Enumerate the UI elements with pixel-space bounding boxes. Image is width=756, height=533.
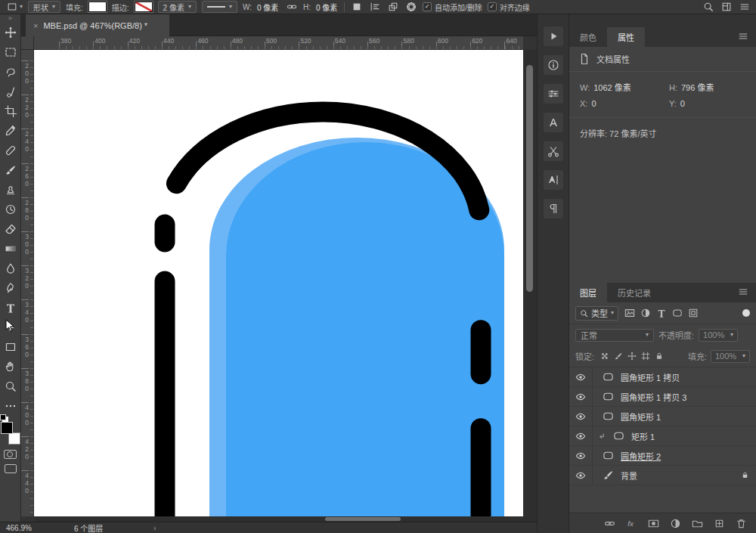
blend-mode-select[interactable]: 正常 ▾ <box>575 329 654 342</box>
layer-name[interactable]: 矩形 1 <box>631 430 756 442</box>
new-group-button[interactable] <box>689 516 705 531</box>
fill-select[interactable]: 100% ▾ <box>711 350 750 363</box>
lock-transparency-button[interactable] <box>598 350 611 363</box>
background-color-swatch[interactable] <box>8 432 20 445</box>
screen-mode-button[interactable] <box>5 464 17 473</box>
color-swatches[interactable] <box>1 422 20 445</box>
status-chevron[interactable]: › <box>153 524 156 532</box>
height-value[interactable]: 0 像素 <box>316 2 339 13</box>
healing-brush-tool[interactable] <box>2 141 20 160</box>
doc-y-field[interactable]: Y:0 <box>669 99 745 108</box>
horizontal-ruler[interactable]: 3804004204404604805005205405605806006206… <box>34 36 523 50</box>
fill-swatch[interactable] <box>88 2 107 12</box>
layer-effects-button[interactable]: fx <box>624 516 639 531</box>
zoom-tool[interactable] <box>2 377 20 395</box>
doc-x-field[interactable]: X:0 <box>580 99 669 108</box>
path-operations-button[interactable] <box>350 1 363 14</box>
opacity-select[interactable]: 100% ▾ <box>699 329 738 342</box>
foreground-color-swatch[interactable] <box>1 422 13 434</box>
tool-mode-select[interactable]: 形状 ▾ <box>28 1 60 13</box>
panel-menu-icon[interactable] <box>738 31 750 43</box>
quick-selection-tool[interactable] <box>2 82 20 101</box>
panel-menu-icon[interactable] <box>738 287 750 299</box>
layer-row[interactable]: 圆角矩形 1 拷贝 3 <box>569 387 756 407</box>
visibility-toggle[interactable] <box>569 407 593 426</box>
info-panel-button[interactable] <box>544 55 563 75</box>
gear-icon[interactable] <box>404 1 417 14</box>
delete-layer-button[interactable] <box>733 516 748 531</box>
tab-layers[interactable]: 图层 <box>569 283 607 302</box>
move-tool[interactable] <box>2 23 20 42</box>
layer-name[interactable]: 圆角矩形 1 拷贝 3 <box>621 391 756 403</box>
layer-name[interactable]: 背景 <box>621 469 741 482</box>
layer-row[interactable]: 圆角矩形 1 拷贝 <box>569 367 756 387</box>
styles-panel-button[interactable] <box>544 113 563 132</box>
horizontal-scrollbar[interactable] <box>34 516 523 522</box>
filter-shape-layers-button[interactable] <box>670 306 684 321</box>
close-icon[interactable]: × <box>33 21 38 30</box>
gradient-tool[interactable] <box>2 240 20 258</box>
doc-height-field[interactable]: H:796 像素 <box>669 81 745 93</box>
adjustment-layer-button[interactable] <box>668 516 683 531</box>
panel-menu-icon[interactable] <box>738 1 751 14</box>
filter-type-select[interactable]: 类型 ▾ <box>575 306 618 321</box>
workspace-icon[interactable] <box>720 1 733 14</box>
layer-name[interactable]: 圆角矩形 1 拷贝 <box>621 371 756 383</box>
stroke-width-select[interactable]: 2 像素 ▾ <box>158 1 197 13</box>
path-arrangement-button[interactable] <box>386 1 399 14</box>
layer-name[interactable]: 圆角矩形 2 <box>621 450 756 462</box>
default-colors-icon[interactable] <box>0 414 6 420</box>
new-layer-button[interactable] <box>711 516 727 531</box>
auto-add-delete-checkbox[interactable]: 自动添加/删除 <box>423 2 482 13</box>
quick-mask-button[interactable] <box>4 450 17 459</box>
marquee-tool[interactable] <box>2 43 20 61</box>
document-tab[interactable]: × MBE.psd @ 467%(RGB/8) * <box>26 14 169 36</box>
type-tool[interactable] <box>2 299 20 317</box>
lock-artboard-button[interactable] <box>639 350 652 363</box>
eyedropper-tool[interactable] <box>2 122 20 140</box>
scrollbar-thumb[interactable] <box>526 65 533 292</box>
align-edges-checkbox[interactable]: 对齐边缘 <box>488 2 530 13</box>
adjustments-panel-button[interactable] <box>544 84 563 104</box>
doc-width-field[interactable]: W:1062 像素 <box>580 81 669 93</box>
eraser-tool[interactable] <box>2 220 20 238</box>
hand-tool[interactable] <box>2 358 20 376</box>
add-layer-mask-button[interactable] <box>646 516 661 531</box>
tab-color[interactable]: 颜色 <box>569 27 607 47</box>
visibility-toggle[interactable] <box>569 466 593 485</box>
filter-type-layers-button[interactable] <box>654 306 668 321</box>
zoom-level[interactable]: 466.9% <box>6 524 74 532</box>
filter-pixel-layers-button[interactable] <box>622 306 637 321</box>
tool-preview-button[interactable]: ▾ <box>5 1 23 14</box>
visibility-toggle[interactable] <box>569 367 593 386</box>
history-brush-tool[interactable] <box>2 200 20 218</box>
expand-panels-button[interactable] <box>544 26 563 46</box>
ruler-origin[interactable] <box>21 36 34 50</box>
stroke-swatch[interactable] <box>135 2 153 12</box>
width-value[interactable]: 0 像素 <box>257 2 280 13</box>
scrollbar-thumb[interactable] <box>325 517 401 521</box>
layer-row[interactable]: 圆角矩形 1 <box>569 407 756 426</box>
layer-name[interactable]: 圆角矩形 1 <box>621 411 756 423</box>
edit-toolbar-button[interactable] <box>2 397 20 415</box>
layer-row[interactable]: 背景 <box>569 466 756 485</box>
clone-stamp-tool[interactable] <box>2 181 20 199</box>
lock-position-button[interactable] <box>625 350 638 363</box>
vertical-ruler[interactable]: 200220240260280300320340360380400420440 <box>21 50 34 516</box>
toolbar-collapse-button[interactable]: » <box>8 14 12 23</box>
crop-tool[interactable] <box>2 102 20 120</box>
path-alignment-button[interactable] <box>368 1 381 14</box>
search-icon[interactable] <box>702 1 714 14</box>
filter-toggle[interactable] <box>742 309 750 317</box>
layer-row[interactable]: 圆角矩形 2 <box>569 446 756 466</box>
path-selection-tool[interactable] <box>2 318 20 336</box>
visibility-toggle[interactable] <box>569 426 593 445</box>
layer-row[interactable]: 矩形 1 <box>569 426 756 446</box>
vertical-scrollbar[interactable] <box>523 50 537 522</box>
rectangle-tool[interactable] <box>2 338 20 356</box>
blur-tool[interactable] <box>2 259 20 277</box>
link-dimensions-icon[interactable] <box>285 1 298 14</box>
paragraph-panel-button[interactable] <box>544 199 563 218</box>
clip-panel-button[interactable] <box>544 141 563 161</box>
canvas[interactable] <box>34 50 523 516</box>
